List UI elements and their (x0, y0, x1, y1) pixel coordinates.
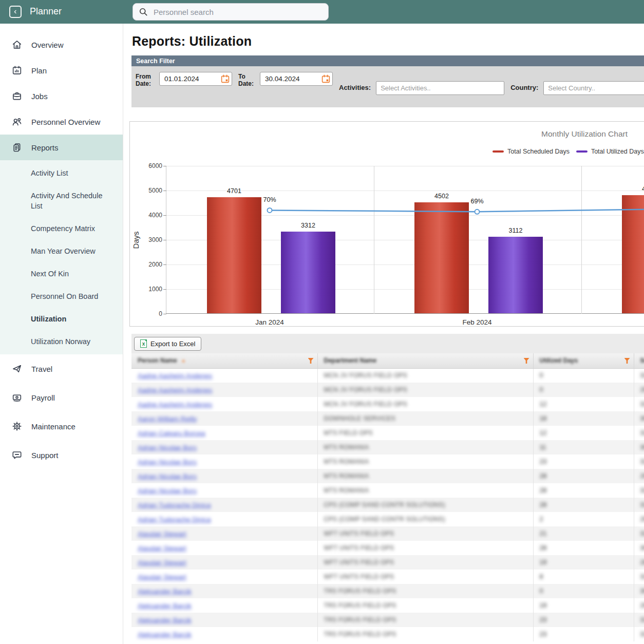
utilized-days-value: 18 (540, 415, 547, 422)
sidebar-item-travel[interactable]: Travel (0, 354, 123, 383)
column-header-department-name[interactable]: Department Name (317, 353, 533, 368)
table-cell: 2 (533, 512, 634, 526)
chart-legend: Total Scheduled DaysTotal Utilized DaysU… (493, 148, 644, 155)
to-date-field[interactable] (260, 72, 333, 86)
sidebar-item-jobs[interactable]: Jobs (0, 83, 123, 109)
person-name-link[interactable]: Aaron William Reilly (138, 415, 197, 423)
personnel-search-input[interactable] (153, 7, 323, 17)
table-cell: WFT UNITS FIELD OPS (317, 541, 533, 555)
personnel-search-box[interactable] (132, 3, 329, 21)
scheduled-days-value: 31 (640, 573, 644, 580)
person-name-link[interactable]: Aadne Aasheim Andenes (138, 386, 212, 394)
person-name-link[interactable]: Adrian Nicolae Bors (138, 444, 197, 451)
people-icon (11, 116, 23, 127)
person-name-link[interactable]: Aadne Aasheim Andenes (138, 372, 212, 380)
table-cell: Adrian Nicolae Bors (131, 483, 317, 498)
utilized-days-value: 19 (540, 602, 547, 609)
country-input[interactable] (543, 81, 644, 95)
from-date-input[interactable] (160, 75, 217, 83)
sidebar-item-plan[interactable]: Plan (0, 58, 123, 83)
table-cell: 28 (533, 541, 634, 555)
person-name-link[interactable]: Adrian Calearu Borcea (138, 429, 205, 437)
person-name-link[interactable]: Alasdair Stewart (138, 573, 186, 581)
column-header-label: Scheduled Days (640, 357, 644, 364)
sidebar-item-personnel-overview[interactable]: Personnel Overview (0, 109, 123, 135)
person-name-link[interactable]: Adrian Nicolae Bors (138, 458, 197, 466)
person-name-link[interactable]: Adrian Nicolae Bors (138, 487, 197, 495)
table-row: Aadne Aasheim AndenesMCN JV FORUS FIELD … (131, 397, 644, 411)
sidebar-subitem-utilization[interactable]: Utilization (0, 308, 123, 330)
legend-item[interactable]: Total Utilized Days (576, 148, 644, 155)
calendar-picker-icon[interactable] (321, 74, 331, 84)
sidebar-item-payroll[interactable]: Payroll (0, 383, 123, 412)
column-header-label: Department Name (324, 357, 377, 364)
table-cell: Adrian Tudorache Dinica (131, 512, 317, 526)
column-header-person-name[interactable]: Person Name▲ (131, 353, 317, 368)
person-name-link[interactable]: Aleksander Barcik (138, 602, 192, 610)
table-cell: 0 (533, 368, 634, 383)
from-date-field[interactable] (159, 72, 232, 86)
sidebar-subitem-activity-list[interactable]: Activity List (0, 162, 123, 184)
sidebar-item-reports[interactable]: Reports (0, 135, 123, 160)
paper-plane-icon (11, 363, 23, 374)
excel-icon: x (140, 339, 147, 348)
department-name: WFT UNITS FIELD OPS (324, 573, 394, 580)
sidebar-item-label: Travel (31, 365, 52, 373)
sidebar-subitem-competency-matrix[interactable]: Competency Matrix (0, 217, 123, 240)
department-name: WFT UNITS FIELD OPS (324, 559, 394, 566)
sidebar-item-maintenance[interactable]: Maintenance (0, 412, 123, 441)
utilized-days-value: 12 (540, 429, 547, 437)
y-tick-label: 6000 (137, 162, 162, 169)
utilization-line (166, 166, 644, 314)
calendar-picker-icon[interactable] (220, 74, 230, 84)
export-to-excel-button[interactable]: x Export to Excel (134, 337, 201, 351)
legend-label: Total Scheduled Days (507, 148, 570, 155)
person-name-link[interactable]: Alasdair Stewart (138, 559, 186, 566)
to-date-label: To Date: (238, 73, 259, 87)
person-name-link[interactable]: Aleksander Barcik (138, 588, 192, 595)
sidebar-subitem-personnel-on-board[interactable]: Personnel On Board (0, 285, 123, 308)
sidebar-subitem-utilization-norway[interactable]: Utilization Norway (0, 330, 123, 353)
person-name-link[interactable]: Aleksander Barcik (138, 616, 192, 624)
person-name-link[interactable]: Adrian Tudorache Dinica (138, 501, 211, 509)
person-name-link[interactable]: Alasdair Stewart (138, 544, 186, 552)
table-cell: 28 (533, 498, 634, 512)
utilized-days-value: 12 (540, 401, 547, 408)
to-date-input[interactable] (260, 75, 318, 83)
filter-funnel-icon[interactable] (624, 358, 630, 364)
table-row: Alasdair StewartWFT UNITS FIELD OPS2131 (131, 526, 644, 541)
table-cell: WFT UNITS FIELD OPS (317, 570, 533, 584)
person-name-link[interactable]: Aleksander Barcik (138, 631, 192, 638)
sidebar-subitem-next-of-kin[interactable]: Next Of Kin (0, 262, 123, 285)
column-header-scheduled-days[interactable]: Scheduled Days (634, 353, 644, 368)
utilized-days-value: 28 (540, 472, 547, 480)
axis-tick (163, 314, 166, 314)
x-axis-label: Jan 2024 (239, 318, 300, 326)
sidebar-subitem-activity-and-schedule-list[interactable]: Activity And Schedule List (0, 184, 116, 217)
table-cell: Adrian Nicolae Bors (131, 454, 317, 469)
y-tick-label: 2000 (137, 261, 162, 268)
sidebar-item-support[interactable]: Support (0, 441, 123, 469)
chevron-left-icon (13, 9, 17, 15)
table-row: Adrian Nicolae BorsMTS ROMANIA2831 (131, 483, 644, 498)
person-name-link[interactable]: Alasdair Stewart (138, 530, 186, 538)
department-name: MTS ROMANIA (324, 472, 369, 480)
scheduled-days-value: 31 (640, 401, 644, 408)
table-cell: Aleksander Barcik (131, 627, 317, 641)
column-header-utilized-days[interactable]: Utilized Days (533, 353, 634, 368)
person-name-link[interactable]: Aadne Aasheim Andenes (138, 401, 212, 408)
back-button[interactable] (9, 6, 22, 18)
person-name-link[interactable]: Adrian Tudorache Dinica (138, 516, 211, 523)
utilized-days-value: 23 (540, 631, 547, 638)
table-row: Adrian Nicolae BorsMTS ROMANIA1130 (131, 440, 644, 454)
activities-input[interactable] (376, 81, 504, 95)
scheduled-days-value: 31 (640, 487, 644, 494)
sidebar-item-overview[interactable]: Overview (0, 32, 123, 58)
table-cell: Aleksander Barcik (131, 584, 317, 598)
legend-item[interactable]: Total Scheduled Days (493, 148, 570, 155)
person-name-link[interactable]: Adrian Nicolae Bors (138, 472, 197, 480)
sidebar-subitem-man-year-overview[interactable]: Man Year Overview (0, 240, 123, 262)
page-title: Reports: Utilization (132, 34, 644, 49)
filter-funnel-icon[interactable] (308, 358, 314, 364)
filter-funnel-icon[interactable] (524, 358, 529, 364)
